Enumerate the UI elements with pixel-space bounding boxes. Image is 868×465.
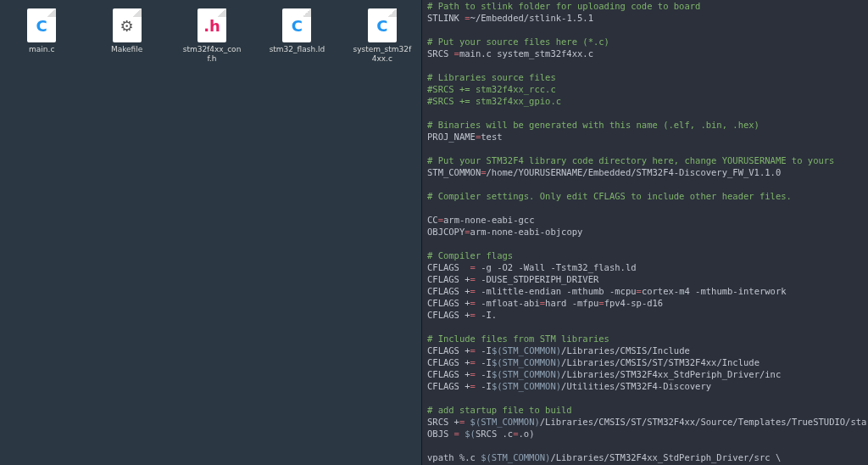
file-thumb: C	[368, 8, 397, 42]
file-stm32f4xx-conf-h[interactable]: .hstm32f4xx_conf.h	[182, 8, 242, 64]
file-type-icon: C	[292, 17, 303, 35]
editor-pane[interactable]: # Path to stlink folder for uploading co…	[421, 0, 868, 465]
file-makefile[interactable]: ⚙Makefile	[97, 8, 156, 64]
file-type-icon: .h	[203, 17, 220, 35]
file-grid: Cmain.c⚙Makefile.hstm32f4xx_conf.hCstm32…	[0, 0, 424, 72]
file-thumb: .h	[198, 8, 226, 42]
file-thumb: ⚙	[113, 8, 142, 42]
desktop-area[interactable]: Cmain.c⚙Makefile.hstm32f4xx_conf.hCstm32…	[0, 0, 424, 465]
file-type-icon: C	[36, 17, 47, 35]
file-main-c[interactable]: Cmain.c	[12, 8, 71, 64]
file-system-stm32f4xx-c[interactable]: Csystem_stm32f4xx.c	[353, 8, 412, 64]
file-label: stm32_flash.ld	[270, 45, 326, 54]
file-label: system_stm32f4xx.c	[353, 45, 412, 64]
file-type-icon: ⚙	[120, 17, 134, 35]
file-label: main.c	[29, 45, 54, 54]
file-thumb: C	[282, 8, 311, 42]
file-label: stm32f4xx_conf.h	[182, 45, 242, 64]
file-stm32-flash-ld[interactable]: Cstm32_flash.ld	[267, 8, 326, 64]
file-label: Makefile	[111, 45, 142, 54]
file-thumb: C	[27, 8, 56, 42]
file-type-icon: C	[376, 17, 387, 35]
